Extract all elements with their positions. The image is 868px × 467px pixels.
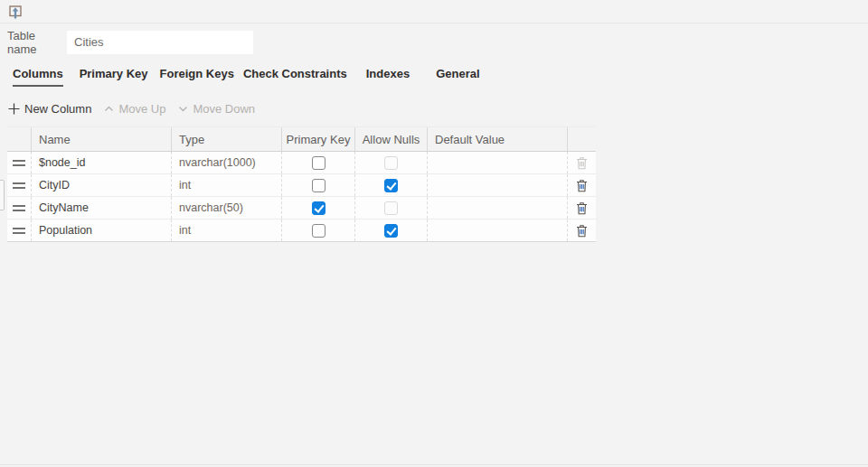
grid-toolbar: New Column Move Up Move Down: [7, 98, 868, 118]
grid-header-type: Type: [172, 127, 282, 151]
move-down-label: Move Down: [193, 102, 255, 116]
trash-icon: [576, 156, 588, 170]
chevron-down-icon: [177, 103, 189, 115]
drag-handle-icon[interactable]: [13, 228, 25, 234]
drag-handle-icon[interactable]: [13, 182, 25, 189]
column-type-cell[interactable]: nvarchar(1000): [179, 156, 256, 169]
bottom-divider: [0, 464, 868, 465]
allow-nulls-checkbox[interactable]: [384, 224, 398, 238]
trash-icon: [576, 201, 588, 215]
publish-changes-button[interactable]: [5, 2, 25, 22]
table-name-label: Table name: [7, 29, 67, 56]
grid-header-default-value: Default Value: [428, 127, 568, 151]
move-up-label: Move Up: [118, 102, 165, 116]
column-type-cell[interactable]: nvarchar(50): [179, 201, 243, 214]
drag-handle-icon[interactable]: [13, 160, 25, 166]
column-name-cell[interactable]: CityName: [39, 201, 89, 214]
tab-label: Indexes: [366, 67, 410, 80]
grid-header-allow-nulls: Allow Nulls: [355, 127, 428, 151]
tab-label: Columns: [13, 67, 63, 80]
chevron-up-icon: [103, 103, 115, 115]
publish-changes-icon: [7, 4, 24, 20]
primary-key-checkbox[interactable]: [312, 156, 326, 170]
table-name-row: Table name: [7, 30, 868, 54]
grid-header-primary-key: Primary Key: [282, 127, 355, 151]
move-down-button[interactable]: Move Down: [177, 102, 255, 116]
column-name-cell[interactable]: CityID: [39, 179, 70, 191]
tab-primary-key[interactable]: Primary Key: [80, 67, 148, 87]
primary-key-checkbox[interactable]: [312, 179, 326, 192]
tab-check-constraints[interactable]: Check Constraints: [243, 67, 347, 87]
tab-columns[interactable]: Columns: [13, 67, 63, 87]
tab-label: Primary Key: [80, 67, 148, 80]
column-type-cell[interactable]: int: [179, 224, 191, 237]
table-name-input[interactable]: [67, 31, 253, 54]
new-column-button[interactable]: New Column: [7, 102, 91, 116]
tab-general[interactable]: General: [436, 67, 479, 87]
designer-toolbar: [0, 0, 868, 23]
allow-nulls-checkbox[interactable]: [384, 201, 398, 215]
tab-label: General: [436, 67, 479, 80]
tab-indexes[interactable]: Indexes: [366, 67, 410, 87]
column-row[interactable]: $node_id nvarchar(1000): [7, 152, 596, 174]
new-column-label: New Column: [24, 102, 91, 116]
column-type-cell[interactable]: int: [179, 179, 191, 191]
plus-icon: [7, 102, 21, 116]
delete-row-button[interactable]: [576, 179, 588, 192]
tab-bar: ColumnsPrimary KeyForeign KeysCheck Cons…: [13, 66, 868, 87]
trash-icon: [576, 179, 588, 192]
delete-row-button[interactable]: [576, 201, 588, 215]
primary-key-checkbox[interactable]: [312, 201, 326, 215]
grid-header-actions: [568, 127, 596, 151]
move-up-button[interactable]: Move Up: [103, 102, 165, 116]
allow-nulls-checkbox[interactable]: [384, 156, 398, 170]
grid-header-name: Name: [32, 127, 172, 151]
grid-header-row: Name Type Primary Key Allow Nulls Defaul…: [7, 127, 596, 152]
columns-grid: Name Type Primary Key Allow Nulls Defaul…: [7, 126, 596, 242]
column-name-cell[interactable]: $node_id: [39, 156, 85, 169]
tab-label: Foreign Keys: [160, 67, 234, 80]
delete-row-button[interactable]: [576, 224, 588, 238]
column-row[interactable]: Population int: [7, 219, 596, 242]
delete-row-button[interactable]: [576, 156, 588, 170]
grid-header-handle: [7, 127, 32, 151]
drag-handle-icon[interactable]: [13, 205, 25, 211]
tab-label: Check Constraints: [243, 67, 347, 80]
column-name-cell[interactable]: Population: [39, 224, 92, 237]
grid-body: $node_id nvarchar(1000) CityID int: [7, 152, 596, 242]
trash-icon: [576, 224, 588, 238]
panel-resize-handle[interactable]: [0, 180, 5, 210]
column-row[interactable]: CityID int: [7, 174, 596, 197]
column-row[interactable]: CityName nvarchar(50): [7, 197, 596, 219]
allow-nulls-checkbox[interactable]: [384, 179, 398, 192]
tab-foreign-keys[interactable]: Foreign Keys: [160, 67, 234, 87]
primary-key-checkbox[interactable]: [312, 224, 326, 238]
